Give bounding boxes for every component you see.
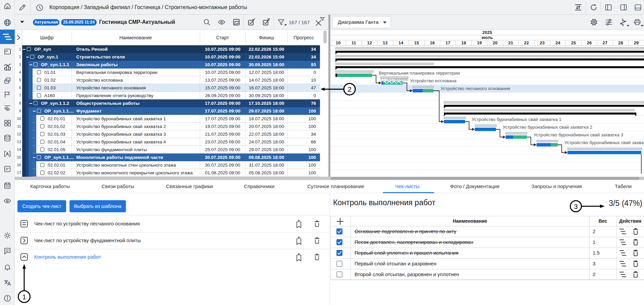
svg-text:3: 3 (574, 203, 578, 210)
svg-text:2: 2 (348, 85, 352, 93)
svg-text:1: 1 (22, 293, 26, 301)
